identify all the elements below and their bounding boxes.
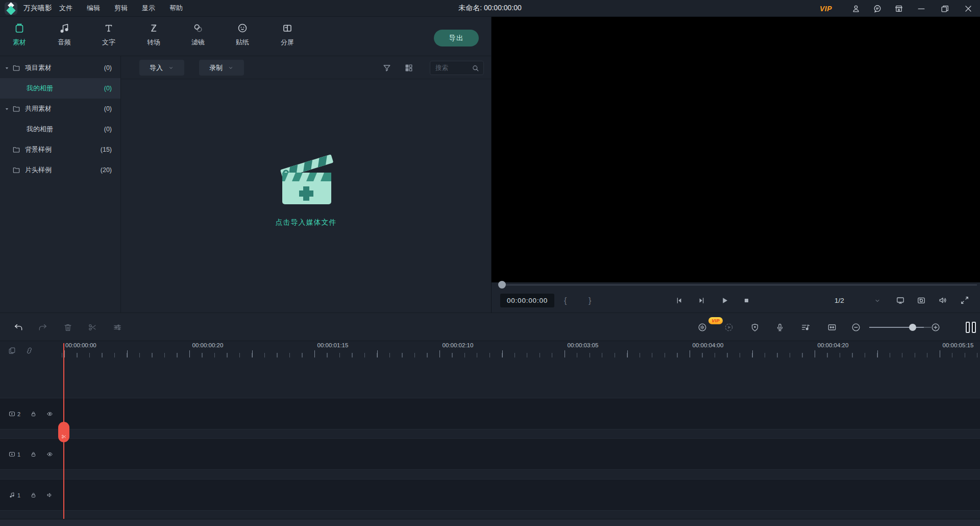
- track-number: 1: [17, 451, 20, 458]
- volume-icon[interactable]: [938, 295, 948, 305]
- tab-splitscreen[interactable]: 分屏: [271, 22, 304, 47]
- sidebar-item-my-album-project[interactable]: 我的相册 (0): [0, 78, 120, 99]
- media-sidebar: 项目素材 (0) 我的相册 (0) 共用素材 (0) 我的相册 (0) 背景样例…: [0, 56, 120, 313]
- transition-icon: [148, 22, 160, 34]
- filter-funnel-icon[interactable]: [382, 63, 392, 73]
- menu-edit[interactable]: 编辑: [80, 0, 107, 17]
- copy-clip-icon[interactable]: [8, 346, 16, 355]
- timeline-toolbar: VIP: [0, 313, 980, 341]
- search-input[interactable]: [430, 64, 471, 71]
- sidebar-item-background-samples[interactable]: 背景样例 (15): [0, 139, 120, 160]
- tab-transition[interactable]: 转场: [137, 22, 170, 47]
- sidebar-item-my-album-shared[interactable]: 我的相册 (0): [0, 119, 120, 139]
- account-icon[interactable]: [851, 4, 861, 14]
- media-library-panel[interactable]: 点击导入媒体文件: [121, 79, 491, 313]
- voiceover-mic-button[interactable]: [775, 322, 785, 332]
- zoom-out-button[interactable]: [851, 322, 861, 332]
- lock-track-icon[interactable]: [30, 410, 37, 418]
- display-device-icon[interactable]: [895, 295, 905, 305]
- folder-icon: [12, 105, 20, 113]
- tab-audio[interactable]: 音频: [48, 22, 81, 47]
- store-icon[interactable]: [894, 4, 904, 14]
- import-button[interactable]: 导入: [139, 60, 184, 76]
- lock-track-icon[interactable]: [30, 450, 37, 458]
- marker-button[interactable]: [750, 322, 760, 332]
- toggle-visibility-icon[interactable]: [46, 410, 54, 418]
- video-track-icon: [8, 450, 16, 458]
- minimize-button[interactable]: [916, 4, 926, 14]
- grid-view-icon[interactable]: [404, 63, 414, 73]
- previous-frame-button[interactable]: [674, 296, 684, 305]
- tab-filter[interactable]: 滤镜: [182, 22, 214, 47]
- tab-text[interactable]: 文字: [92, 22, 125, 47]
- track-audio-1[interactable]: 1: [0, 479, 980, 511]
- filter-effects-icon: [192, 22, 204, 34]
- ruler-label: 00:00:04:20: [818, 342, 849, 348]
- app-name: 万兴喵影: [23, 4, 52, 13]
- track-video-1[interactable]: 1: [0, 438, 980, 470]
- audio-denoise-button[interactable]: [697, 322, 707, 332]
- import-media-hint[interactable]: 点击导入媒体文件: [276, 218, 337, 227]
- restore-button[interactable]: [940, 4, 950, 14]
- search-icon[interactable]: [471, 64, 480, 73]
- delete-button[interactable]: [63, 322, 73, 332]
- record-button[interactable]: 录制: [199, 60, 244, 76]
- sidebar-item-intro-samples[interactable]: 片头样例 (20): [0, 160, 120, 180]
- timeline-scrollbar-area[interactable]: [0, 519, 980, 526]
- app-logo-icon: [5, 2, 17, 15]
- lock-track-icon[interactable]: [30, 491, 37, 499]
- search-box: [430, 61, 484, 75]
- ribbon-tab-bar: 素材 音频 文字 转场 滤镜 贴纸 分屏 导出: [0, 17, 491, 56]
- mark-out-button[interactable]: }: [589, 294, 591, 307]
- tab-sticker[interactable]: 贴纸: [226, 22, 259, 47]
- audio-mixer-button[interactable]: [800, 322, 811, 332]
- timeline-zoom-handle[interactable]: [909, 324, 916, 331]
- redo-button[interactable]: [38, 322, 48, 332]
- menu-clip[interactable]: 剪辑: [107, 0, 135, 17]
- sidebar-item-project-media[interactable]: 项目素材 (0): [0, 58, 120, 78]
- title-bar: 万兴喵影 文件 编辑 剪辑 显示 帮助 未命名: 00:00:00:00 VIP: [0, 0, 980, 17]
- track-video-2[interactable]: 2: [0, 398, 980, 429]
- fullscreen-icon[interactable]: [960, 295, 970, 305]
- next-frame-button[interactable]: [697, 296, 706, 305]
- toggle-visibility-icon[interactable]: [46, 450, 54, 458]
- mute-track-icon[interactable]: [46, 491, 54, 499]
- timeline-ruler[interactable]: 00:00:00:00 00:00:00:20 00:00:01:15 00:0…: [52, 341, 980, 357]
- close-button[interactable]: [963, 4, 973, 14]
- timeline-panel: 00:00:00:00 00:00:00:20 00:00:01:15 00:0…: [0, 341, 980, 526]
- menu-view[interactable]: 显示: [135, 0, 162, 17]
- zoom-to-fit-button[interactable]: [827, 322, 837, 332]
- zoom-in-button[interactable]: [930, 322, 941, 332]
- stop-button[interactable]: [742, 296, 751, 305]
- seek-handle[interactable]: [498, 281, 506, 289]
- audio-track-icon: [8, 491, 16, 499]
- timeline-zoom-slider-remainder: [924, 327, 931, 328]
- splitscreen-icon: [281, 22, 293, 34]
- adjust-properties-button[interactable]: [112, 322, 122, 332]
- video-viewport[interactable]: [492, 17, 980, 282]
- menu-help[interactable]: 帮助: [162, 0, 190, 17]
- feedback-icon[interactable]: [872, 4, 883, 14]
- mark-in-button[interactable]: {: [564, 294, 567, 307]
- vip-button[interactable]: VIP: [820, 5, 832, 13]
- caret-down-icon[interactable]: [5, 66, 9, 70]
- preview-timecode[interactable]: 00:00:00:00: [500, 294, 554, 307]
- export-button[interactable]: 导出: [434, 30, 479, 46]
- play-button[interactable]: [720, 296, 729, 305]
- render-preview-button[interactable]: [724, 322, 734, 332]
- link-clips-icon[interactable]: [25, 346, 34, 355]
- preview-panel: 00:00:00:00 { } 1/2: [492, 17, 980, 313]
- import-clapperboard-icon[interactable]: [276, 151, 336, 207]
- snapshot-camera-icon[interactable]: [916, 295, 926, 305]
- split-scissors-button[interactable]: [87, 322, 97, 332]
- sidebar-item-shared-media[interactable]: 共用素材 (0): [0, 99, 120, 119]
- menu-file[interactable]: 文件: [52, 0, 80, 17]
- seek-bar[interactable]: [506, 284, 977, 285]
- ruler-label: 00:00:04:00: [693, 342, 724, 348]
- playhead-grip[interactable]: [58, 422, 69, 442]
- caret-down-icon[interactable]: [5, 107, 9, 111]
- panel-layout-button[interactable]: [965, 321, 978, 334]
- playback-quality-dropdown[interactable]: 1/2: [828, 294, 885, 307]
- tab-media[interactable]: 素材: [3, 22, 36, 47]
- undo-button[interactable]: [13, 322, 23, 332]
